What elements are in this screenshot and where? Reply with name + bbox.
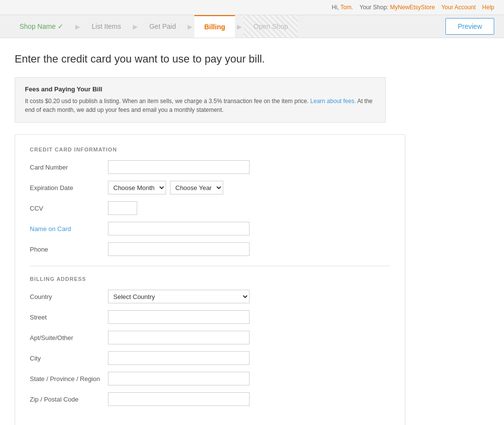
step-shop-name-label: Shop Name ✓ xyxy=(20,22,63,30)
city-input[interactable] xyxy=(108,351,250,365)
state-province-row: State / Province / Region xyxy=(30,372,390,385)
apt-suite-input[interactable] xyxy=(108,331,250,344)
connector-1: ▸ xyxy=(73,15,82,38)
steps-navigation: Shop Name ✓ ▸ List Items ▸ Get Paid ▸ Bi… xyxy=(0,15,504,38)
page-title: Enter the credit card you want to use to… xyxy=(15,53,489,65)
phone-label: Phone xyxy=(30,246,108,253)
zip-postal-label: Zip / Postal Code xyxy=(30,396,108,403)
step-list-items[interactable]: List Items xyxy=(82,15,131,38)
step-list-items-label: List Items xyxy=(92,22,121,30)
top-bar: Hi, Tom. Your Shop: MyNewEtsyStore Your … xyxy=(0,0,504,15)
city-row: City xyxy=(30,351,390,365)
expiry-year-select[interactable]: Choose Year 2013 2014 2015 2016 2017 201… xyxy=(170,181,223,194)
ccv-row: CCV xyxy=(30,201,390,215)
phone-row: Phone xyxy=(30,242,390,256)
step-get-paid-label: Get Paid xyxy=(149,22,176,30)
step-billing[interactable]: Billing xyxy=(194,15,235,38)
state-province-input[interactable] xyxy=(108,372,250,385)
connector-4: ▸ xyxy=(235,15,244,38)
preview-button[interactable]: Preview xyxy=(445,18,494,35)
street-label: Street xyxy=(30,314,108,321)
step-billing-label: Billing xyxy=(204,23,225,31)
ccv-label: CCV xyxy=(30,205,108,212)
step-open-shop-label: Open Shop xyxy=(253,22,288,30)
street-input[interactable] xyxy=(108,310,250,324)
info-box-text: It costs $0.20 usd to publish a listing.… xyxy=(25,97,376,114)
apt-suite-label: Apt/Suite/Other xyxy=(30,334,108,341)
connector-3: ▸ xyxy=(186,15,194,38)
info-box: Fees and Paying Your Bill It costs $0.20… xyxy=(15,77,386,123)
your-account-link[interactable]: Your Account xyxy=(441,4,476,11)
apt-suite-row: Apt/Suite/Other xyxy=(30,331,390,344)
card-number-label: Card Number xyxy=(30,164,108,171)
info-box-heading: Fees and Paying Your Bill xyxy=(25,85,376,93)
expiration-date-row: Expiration Date Choose Month January Feb… xyxy=(30,181,390,194)
country-row: Country Select Country United States Uni… xyxy=(30,290,390,303)
expiry-wrap: Choose Month January February March Apri… xyxy=(108,181,223,194)
step-open-shop: Open Shop xyxy=(244,15,298,38)
shop-name-link[interactable]: MyNewEtsyStore xyxy=(390,4,435,11)
ccv-input[interactable] xyxy=(108,201,137,215)
billing-address-section-title: BILLING ADDRESS xyxy=(30,276,390,282)
card-number-row: Card Number xyxy=(30,160,390,174)
country-select[interactable]: Select Country United States United King… xyxy=(108,290,250,303)
zip-postal-input[interactable] xyxy=(108,392,250,406)
zip-postal-row: Zip / Postal Code xyxy=(30,392,390,406)
phone-input[interactable] xyxy=(108,242,250,256)
step-shop-name[interactable]: Shop Name ✓ xyxy=(10,15,73,38)
city-label: City xyxy=(30,355,108,362)
credit-card-section-title: CREDIT CARD INFORMATION xyxy=(30,147,390,152)
country-label: Country xyxy=(30,293,108,300)
name-on-card-input[interactable] xyxy=(108,222,250,235)
your-shop-label: Your Shop: xyxy=(359,4,388,11)
help-link[interactable]: Help xyxy=(482,4,494,11)
expiry-month-select[interactable]: Choose Month January February March Apri… xyxy=(108,181,166,194)
greeting-text: Hi, xyxy=(332,4,339,11)
info-text-1: It costs $0.20 usd to publish a listing.… xyxy=(25,98,309,105)
username-link[interactable]: Tom. xyxy=(340,4,353,11)
connector-2: ▸ xyxy=(131,15,140,38)
expiration-date-label: Expiration Date xyxy=(30,184,108,191)
name-on-card-row: Name on Card xyxy=(30,222,390,235)
section-divider xyxy=(30,266,390,266)
step-get-paid[interactable]: Get Paid xyxy=(140,15,186,38)
card-number-input[interactable] xyxy=(108,160,250,174)
main-content: Enter the credit card you want to use to… xyxy=(0,38,504,425)
name-on-card-label: Name on Card xyxy=(30,225,108,233)
state-province-label: State / Province / Region xyxy=(30,375,108,382)
form-card: CREDIT CARD INFORMATION Card Number Expi… xyxy=(15,134,405,425)
learn-fees-link[interactable]: Learn about fees. xyxy=(310,98,356,105)
street-row: Street xyxy=(30,310,390,324)
